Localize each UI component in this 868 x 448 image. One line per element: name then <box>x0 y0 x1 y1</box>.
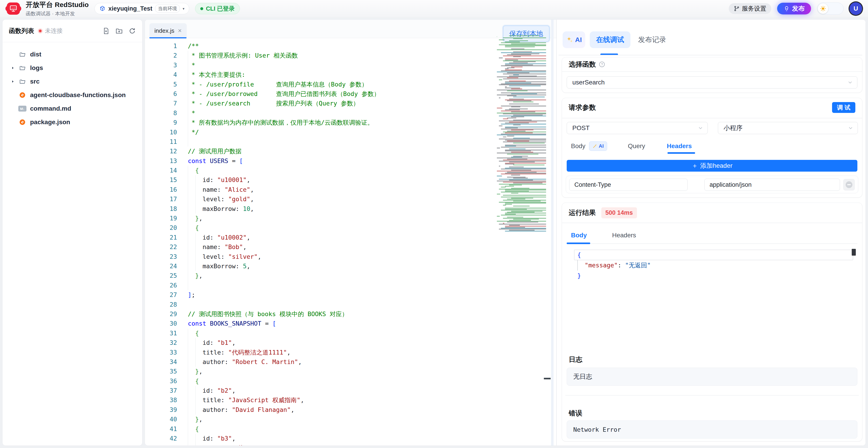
line-number: 26 <box>145 281 183 290</box>
minimap-line <box>507 172 537 173</box>
line-number: 16 <box>145 185 183 195</box>
minimap-line <box>499 184 546 184</box>
new-file-button[interactable] <box>102 27 110 35</box>
method-select[interactable]: POST <box>567 122 708 134</box>
tree-item-command.md[interactable]: M↓command.md <box>2 102 142 115</box>
tab-ai-label: AI <box>575 36 582 43</box>
tab-online-debug[interactable]: 在线调试 <box>590 31 630 48</box>
service-settings-button[interactable]: 服务设置 <box>729 3 771 14</box>
line-number: 17 <box>145 195 183 204</box>
tab-result-body[interactable]: Body <box>571 232 587 239</box>
monitor-icon: 小红书 <box>9 5 17 12</box>
minimap-line <box>509 99 524 99</box>
editor-tab-label: index.js <box>154 27 174 34</box>
minimap-line <box>513 219 539 219</box>
minimap-line <box>505 133 533 133</box>
code-line: 2 * 图书管理系统示例: User 相关函数 <box>145 51 500 60</box>
tab-result-headers[interactable]: Headers <box>612 232 636 239</box>
tab-request-query[interactable]: Query <box>628 142 645 150</box>
chevron-down-icon <box>847 79 853 85</box>
minimap-line <box>513 178 528 178</box>
minimap-line <box>513 51 532 52</box>
minimap-line <box>507 141 529 141</box>
line-number: 36 <box>145 376 183 386</box>
minimap-line <box>501 106 546 106</box>
tree-item-src[interactable]: src <box>2 75 142 88</box>
debug-run-button[interactable]: 调 试 <box>832 102 855 113</box>
refresh-button[interactable] <box>129 27 136 35</box>
line-number: 13 <box>145 156 183 166</box>
minimap-line <box>509 230 535 231</box>
editor-scrollbar-thumb[interactable] <box>544 378 551 379</box>
remove-header-button[interactable] <box>843 179 855 191</box>
tree-item-agent-cloudbase-functions.json[interactable]: agent-cloudbase-functions.json <box>2 88 142 102</box>
code-line: 9 * 所有数据均为内存中的测试数据，仅用于本地/云函数联调验证。 <box>145 118 500 127</box>
minimap-line <box>497 176 502 176</box>
function-select[interactable]: userSearch <box>567 76 857 89</box>
code-line: 40 }, <box>145 415 500 424</box>
file-tree: distlogssrcagent-cloudbase-functions.jso… <box>2 42 142 129</box>
platform-select[interactable]: 小程序 <box>718 122 858 134</box>
minimap[interactable] <box>503 35 546 234</box>
environment-selector[interactable]: xieyuqing_Test 当前环境 ▾ <box>94 3 189 14</box>
app: 小红书 开放平台 RedStudio 函数调试器 · 本地开发 xieyuqin… <box>0 0 868 448</box>
header-value-input[interactable]: application/json <box>704 179 840 191</box>
tree-item-dist[interactable]: dist <box>2 48 142 61</box>
minimap-line <box>509 76 537 76</box>
minimap-line <box>509 122 537 123</box>
minimap-line <box>499 161 546 162</box>
minimap-line <box>505 65 533 65</box>
help-icon[interactable]: ? <box>598 61 605 68</box>
result-scrollbar-thumb[interactable] <box>852 249 856 255</box>
code-line: 26 <box>145 281 500 290</box>
minimap-line <box>509 63 528 63</box>
result-json-viewer[interactable]: { "message": "无返回"} <box>574 250 853 281</box>
theme-knob <box>818 3 828 14</box>
tree-item-package.json[interactable]: package.json <box>2 115 142 129</box>
tab-publish-history[interactable]: 发布记录 <box>638 35 666 44</box>
top-bar: 小红书 开放平台 RedStudio 函数调试器 · 本地开发 xieyuqin… <box>0 0 868 17</box>
header-key-input[interactable]: Content-Type <box>569 179 688 191</box>
ai-generate-badge[interactable]: AI <box>589 141 607 151</box>
minimap-line <box>511 170 531 171</box>
tab-request-headers[interactable]: Headers <box>667 142 692 150</box>
minimap-line <box>503 160 546 160</box>
tab-request-body[interactable]: Body <box>571 142 585 150</box>
line-number: 30 <box>145 319 183 328</box>
minimap-line <box>499 229 546 230</box>
tree-item-label: package.json <box>30 118 70 126</box>
tree-item-label: src <box>30 78 39 85</box>
minimap-line <box>501 169 546 169</box>
code-line: 7 * - /user/search 搜索用户列表（Query 参数） <box>145 99 500 108</box>
minimap-line <box>503 205 506 205</box>
select-function-title: 选择函数 <box>569 60 596 69</box>
select-function-card: 选择函数 ? userSearch <box>562 57 862 93</box>
avatar[interactable]: U <box>849 2 862 15</box>
minimap-line <box>505 186 514 186</box>
add-header-button[interactable]: ＋ 添加header <box>567 160 857 172</box>
page-title: 开放平台 RedStudio <box>26 0 89 9</box>
code-line: 13const USERS = [ <box>145 156 500 166</box>
code-line: 22 name: "Bob", <box>145 242 500 252</box>
line-number: 23 <box>145 252 183 262</box>
line-number: 15 <box>145 175 183 185</box>
tab-ai[interactable]: AI <box>563 31 585 48</box>
theme-toggle[interactable] <box>817 2 844 15</box>
new-folder-button[interactable] <box>116 27 123 35</box>
minimap-line <box>499 44 546 45</box>
tree-item-logs[interactable]: logs <box>2 61 142 75</box>
minimap-line <box>511 152 533 152</box>
debug-tabs: AI 在线调试 发布记录 <box>563 31 666 48</box>
editor-tab-indexjs[interactable]: index.js × <box>149 23 187 38</box>
minimap-line <box>513 120 532 120</box>
minimap-line <box>511 94 537 94</box>
environment-tag: 当前环境 <box>155 4 180 13</box>
code-editor: index.js × 保存到本地 1/**2 * 图书管理系统示例: User … <box>145 20 556 446</box>
minimap-line <box>505 100 546 100</box>
code-area[interactable]: 1/**2 * 图书管理系统示例: User 相关函数3 *4 * 本文件主要提… <box>145 41 500 446</box>
editor-scrollbar-track[interactable] <box>551 20 554 446</box>
minimap-line <box>505 203 546 203</box>
publish-button[interactable]: 发布 <box>777 3 811 14</box>
close-icon[interactable]: × <box>178 27 182 34</box>
add-header-label: 添加header <box>700 162 733 170</box>
